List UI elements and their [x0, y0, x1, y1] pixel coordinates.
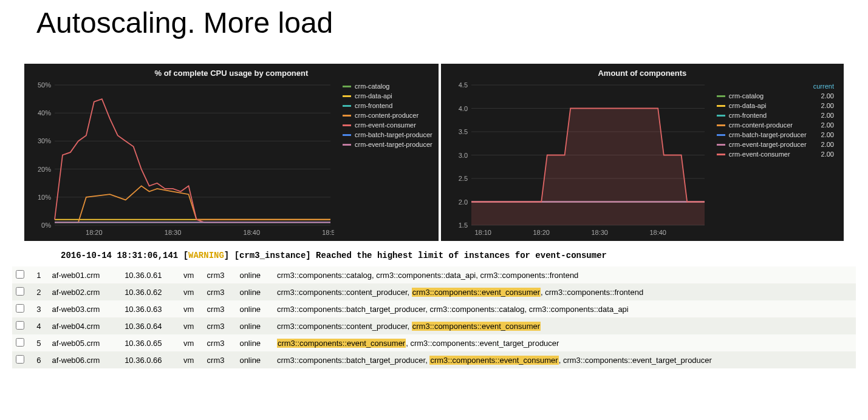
- legend-label: crm-frontend: [355, 102, 392, 109]
- legend-header: current: [717, 83, 834, 90]
- svg-text:18:20: 18:20: [86, 229, 103, 236]
- legend-value: 2.00: [810, 121, 834, 129]
- log-prefix: 2016-10-14 18:31:06,141 [: [61, 251, 188, 260]
- table-row: 2af-web02.crm10.36.0.62vmcrm3onlinecrm3:…: [12, 283, 856, 300]
- svg-text:18:40: 18:40: [244, 229, 261, 236]
- charts-row: % of complete CPU usage by component 0%1…: [0, 64, 868, 241]
- legend-label: crm-batch-target-producer: [355, 131, 432, 138]
- row-checkbox[interactable]: [16, 270, 24, 279]
- legend-value: 2.00: [810, 102, 834, 109]
- legend-swatch-icon: [343, 124, 351, 126]
- legend-swatch-icon: [717, 134, 725, 136]
- legend-item[interactable]: crm-event-consumer: [343, 121, 432, 129]
- legend-swatch-icon: [717, 95, 725, 97]
- chart-cpu-area[interactable]: 0%10%20%30%40%50%18:2018:3018:4018:50: [30, 83, 334, 237]
- legend-value: 2.00: [810, 151, 834, 158]
- chart-count-panel: Amount of components 1.52.02.53.03.54.04…: [441, 64, 844, 241]
- legend-item[interactable]: crm-content-producer2.00: [717, 121, 834, 129]
- hosts-table: 1af-web01.crm10.36.0.61vmcrm3onlinecrm3:…: [12, 266, 856, 368]
- log-line: 2016-10-14 18:31:06,141 [WARNING] [crm3_…: [0, 241, 868, 266]
- svg-text:3.5: 3.5: [458, 128, 467, 135]
- legend-item[interactable]: crm-batch-target-producer2.00: [717, 131, 834, 138]
- svg-text:10%: 10%: [38, 194, 51, 201]
- page-title: Autoscaling. More load: [0, 0, 868, 64]
- table-row: 5af-web05.crm10.36.0.65vmcrm3onlinecrm3:…: [12, 334, 856, 351]
- svg-text:18:40: 18:40: [649, 229, 666, 236]
- row-checkbox[interactable]: [16, 287, 24, 296]
- log-suffix: ] [crm3_instance] Reached the highest li…: [224, 251, 607, 260]
- legend-item[interactable]: crm-frontend: [343, 102, 432, 109]
- chart-cpu-title: % of complete CPU usage by component: [30, 69, 432, 78]
- legend-label: crm-event-consumer: [355, 121, 416, 129]
- row-checkbox[interactable]: [16, 338, 24, 347]
- legend-label: crm-catalog: [355, 83, 389, 90]
- svg-text:18:30: 18:30: [165, 229, 182, 236]
- legend-swatch-icon: [343, 115, 351, 117]
- legend-item[interactable]: crm-data-api2.00: [717, 102, 834, 109]
- svg-text:2.0: 2.0: [458, 198, 467, 206]
- table-row: 6af-web06.crm10.36.0.66vmcrm3onlinecrm3:…: [12, 351, 856, 368]
- legend-label: crm-event-target-producer: [355, 141, 432, 148]
- legend-label: crm-content-producer: [729, 121, 793, 129]
- table-row: 1af-web01.crm10.36.0.61vmcrm3onlinecrm3:…: [12, 266, 856, 283]
- svg-text:18:20: 18:20: [533, 229, 550, 236]
- chart-cpu-legend: crm-catalogcrm-data-apicrm-frontendcrm-c…: [334, 83, 432, 237]
- svg-text:4.0: 4.0: [458, 105, 467, 112]
- legend-swatch-icon: [343, 105, 351, 107]
- chart-count-legend: currentcrm-catalog2.00crm-data-api2.00cr…: [708, 83, 834, 237]
- legend-item[interactable]: crm-catalog2.00: [717, 92, 834, 100]
- legend-item[interactable]: crm-event-target-producer: [343, 141, 432, 148]
- svg-text:20%: 20%: [38, 166, 51, 173]
- legend-item[interactable]: crm-content-producer: [343, 112, 432, 119]
- legend-item[interactable]: crm-event-target-producer2.00: [717, 141, 834, 148]
- svg-text:1.5: 1.5: [458, 222, 467, 229]
- legend-label: crm-batch-target-producer: [729, 131, 807, 138]
- table-row: 3af-web03.crm10.36.0.63vmcrm3onlinecrm3:…: [12, 300, 856, 317]
- legend-label: crm-catalog: [729, 92, 764, 100]
- legend-swatch-icon: [343, 86, 351, 87]
- svg-text:0%: 0%: [41, 222, 51, 229]
- table-row: 4af-web04.crm10.36.0.64vmcrm3onlinecrm3:…: [12, 317, 856, 334]
- legend-label: crm-event-target-producer: [729, 141, 807, 148]
- legend-item[interactable]: crm-catalog: [343, 83, 432, 90]
- legend-value: 2.00: [810, 141, 834, 148]
- legend-label: crm-data-api: [729, 102, 767, 109]
- legend-swatch-icon: [717, 154, 725, 155]
- chart-count-area[interactable]: 1.52.02.53.03.54.04.518:1018:2018:3018:4…: [447, 83, 708, 237]
- legend-swatch-icon: [717, 124, 725, 126]
- legend-item[interactable]: crm-batch-target-producer: [343, 131, 432, 138]
- legend-swatch-icon: [343, 144, 351, 146]
- legend-swatch-icon: [343, 95, 351, 97]
- svg-text:30%: 30%: [38, 137, 51, 144]
- svg-text:4.5: 4.5: [458, 83, 467, 89]
- svg-text:40%: 40%: [38, 109, 51, 117]
- legend-item[interactable]: crm-frontend2.00: [717, 112, 834, 119]
- legend-swatch-icon: [717, 115, 725, 117]
- chart-cpu-panel: % of complete CPU usage by component 0%1…: [24, 64, 439, 241]
- legend-label: crm-data-api: [355, 92, 392, 100]
- row-checkbox[interactable]: [16, 355, 24, 364]
- row-checkbox[interactable]: [16, 321, 24, 330]
- legend-swatch-icon: [343, 134, 351, 136]
- legend-item[interactable]: crm-data-api: [343, 92, 432, 100]
- legend-label: crm-content-producer: [355, 112, 419, 119]
- svg-text:2.5: 2.5: [458, 175, 467, 182]
- legend-value: 2.00: [810, 131, 834, 138]
- legend-swatch-icon: [717, 105, 725, 107]
- legend-label: crm-event-consumer: [729, 151, 790, 158]
- svg-text:18:50: 18:50: [322, 229, 334, 236]
- row-checkbox[interactable]: [16, 304, 24, 313]
- legend-swatch-icon: [717, 144, 725, 146]
- svg-text:18:10: 18:10: [474, 229, 491, 236]
- svg-text:3.0: 3.0: [458, 152, 467, 159]
- legend-value: 2.00: [810, 92, 834, 100]
- svg-text:50%: 50%: [38, 83, 51, 89]
- legend-value: 2.00: [810, 112, 834, 119]
- chart-count-title: Amount of components: [447, 69, 838, 78]
- svg-text:18:30: 18:30: [591, 229, 608, 236]
- log-level: WARNING: [188, 251, 224, 260]
- legend-label: crm-frontend: [729, 112, 767, 119]
- legend-item[interactable]: crm-event-consumer2.00: [717, 151, 834, 158]
